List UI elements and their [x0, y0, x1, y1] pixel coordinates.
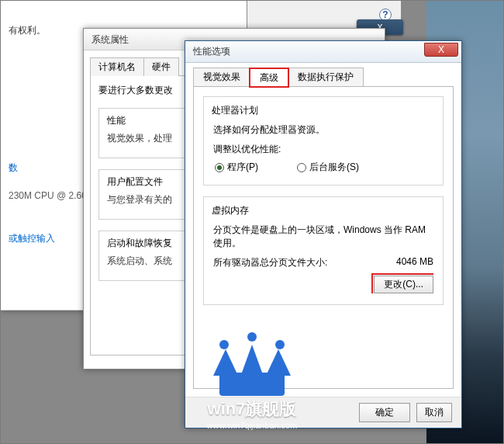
radio-dot-icon [215, 163, 224, 172]
tab-hardware[interactable]: 硬件 [143, 57, 179, 76]
processor-desc: 选择如何分配处理器资源。 [213, 123, 433, 137]
group-processor-scheduling: 处理器计划 选择如何分配处理器资源。 调整以优化性能: 程序(P) 后台服务(S… [203, 96, 444, 186]
radio-background-services[interactable]: 后台服务(S) [297, 161, 359, 174]
tab-advanced[interactable]: 高级 [250, 68, 288, 87]
tab-visual-effects[interactable]: 视觉效果 [193, 68, 250, 86]
perf-titlebar[interactable]: 性能选项 X [185, 41, 461, 63]
close-icon: X [438, 44, 444, 55]
ok-button[interactable]: 确定 [359, 403, 410, 422]
processor-adjust-label: 调整以优化性能: [213, 143, 433, 156]
processor-title: 处理器计划 [209, 104, 261, 117]
perf-tab-panel: 处理器计划 选择如何分配处理器资源。 调整以优化性能: 程序(P) 后台服务(S… [193, 86, 454, 389]
close-button[interactable]: X [424, 43, 458, 57]
tab-dep[interactable]: 数据执行保护 [288, 68, 364, 86]
cancel-button[interactable]: 取消 [416, 403, 452, 422]
vm-total-value: 4046 MB [396, 256, 433, 269]
perf-title: 性能选项 [193, 45, 230, 58]
radio-programs[interactable]: 程序(P) [215, 161, 258, 174]
vm-title: 虚拟内存 [209, 204, 252, 217]
change-button[interactable]: 更改(C)... [374, 276, 433, 293]
radio-background-label: 后台服务(S) [309, 161, 359, 174]
group-performance-title: 性能 [104, 114, 129, 127]
sysprops-title: 系统属性 [91, 34, 129, 45]
perf-footer: 确定 取消 [185, 397, 461, 428]
performance-options-dialog: 性能选项 X 视觉效果 高级 数据执行保护 处理器计划 选择如何分配处理器资源。… [185, 40, 462, 428]
radio-programs-label: 程序(P) [227, 161, 258, 174]
group-user-profile-title: 用户配置文件 [104, 175, 166, 189]
group-virtual-memory: 虚拟内存 分页文件是硬盘上的一块区域，Windows 当作 RAM 使用。 所有… [203, 196, 444, 305]
radio-dot-icon [297, 163, 306, 172]
perf-tabstrip: 视觉效果 高级 数据执行保护 [193, 68, 454, 86]
vm-total-label: 所有驱动器总分页文件大小: [213, 256, 327, 269]
tab-computer-name[interactable]: 计算机名 [90, 57, 144, 76]
group-startup-title: 启动和故障恢复 [104, 237, 175, 250]
vm-desc: 分页文件是硬盘上的一块区域，Windows 当作 RAM 使用。 [213, 224, 433, 250]
